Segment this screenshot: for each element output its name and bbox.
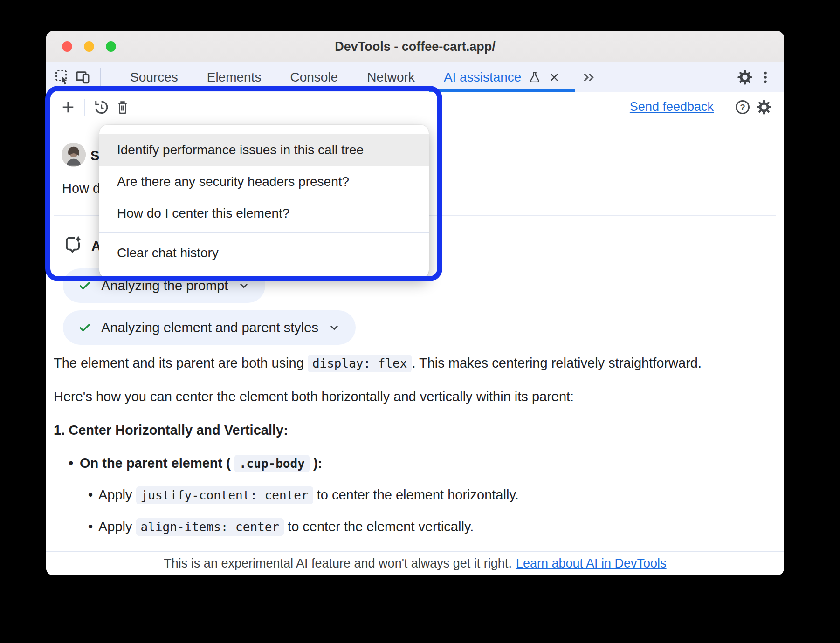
device-toolbar-button[interactable] (73, 66, 94, 89)
menu-item-security-headers[interactable]: Are there any security headers present? (99, 166, 429, 198)
answer-paragraph-2: Here's how you can center the element bo… (54, 388, 574, 406)
answer-heading: 1. Center Horizontally and Vertically: (54, 421, 288, 439)
check-icon (78, 279, 92, 293)
close-ai-tab-icon[interactable] (548, 71, 560, 83)
plus-icon (60, 99, 76, 116)
toolbar-separator (726, 99, 726, 116)
code-chip: .cup-body (234, 455, 310, 472)
inspect-element-button[interactable] (53, 66, 73, 89)
send-feedback-link[interactable]: Send feedback (630, 100, 714, 114)
chevron-down-icon (328, 321, 341, 334)
device-toolbar-icon (75, 69, 92, 86)
ai-toolbar-right: Send feedback ? (630, 96, 784, 118)
list-item-justify-content: •Apply justify-content: center to center… (98, 487, 519, 503)
tab-network[interactable]: Network (352, 62, 429, 92)
history-icon (93, 99, 110, 116)
menu-item-clear-history[interactable]: Clear chat history (99, 235, 429, 271)
bullet-glyph: • (69, 456, 73, 471)
more-tabs-button[interactable] (581, 70, 596, 85)
ai-assistant-icon (63, 234, 83, 254)
double-chevron-icon (581, 70, 596, 85)
ai-settings-button[interactable] (753, 96, 775, 118)
new-chat-button[interactable] (57, 96, 79, 118)
ai-panel-toolbar: Send feedback ? (46, 92, 784, 122)
user-message-fragment: How d (62, 181, 100, 196)
step-analyzing-styles[interactable]: Analyzing element and parent styles (63, 310, 356, 345)
list-item-align-items: •Apply align-items: center to center the… (98, 519, 474, 534)
check-icon (78, 321, 92, 335)
list-item-parent-element: •On the parent element ( .cup-body ): (80, 456, 322, 471)
title-bar: DevTools - coffee-cart.app/ (46, 31, 784, 62)
code-chip: justify-content: center (136, 486, 313, 504)
text-fragment: Apply (98, 519, 136, 534)
devtools-tab-bar: Sources Elements Console Network AI assi… (46, 62, 784, 92)
step-label: Analyzing the prompt (101, 278, 228, 294)
tabbar-right-controls (721, 66, 784, 89)
text-fragment: Apply (98, 487, 136, 502)
devtools-settings-button[interactable] (735, 66, 755, 89)
toolbar-separator (84, 99, 85, 116)
code-chip: display: flex (308, 355, 412, 372)
menu-item-center-element[interactable]: How do I center this element? (99, 198, 429, 229)
disclaimer-text: This is an experimental AI feature and w… (164, 556, 512, 571)
inspect-cursor-icon (55, 69, 71, 86)
devtools-window: DevTools - coffee-cart.app/ Sources Elem (46, 31, 784, 575)
gear-icon (756, 99, 772, 116)
bullet-glyph: • (88, 487, 93, 503)
history-dropdown-menu: Identify performance issues in this call… (99, 125, 429, 278)
tab-console[interactable]: Console (275, 62, 352, 92)
ai-chat-area: S How d A Analyzing the prompt (46, 122, 784, 551)
text-fragment: The element and its parent are both usin… (54, 356, 308, 370)
svg-text:?: ? (740, 102, 745, 112)
experiment-flask-icon (528, 70, 542, 84)
tab-ai-assistance-label: AI assistance (444, 70, 522, 85)
tab-elements[interactable]: Elements (193, 62, 276, 92)
help-icon: ? (734, 99, 751, 116)
tab-ai-assistance[interactable]: AI assistance (429, 62, 575, 92)
user-avatar (62, 143, 86, 167)
text-fragment: On the parent element ( (80, 456, 234, 471)
ai-disclaimer-footer: This is an experimental AI feature and w… (46, 551, 784, 575)
menu-item-performance[interactable]: Identify performance issues in this call… (99, 134, 429, 166)
panel-tabs: Sources Elements Console Network AI assi… (116, 62, 575, 92)
window-title: DevTools - coffee-cart.app/ (46, 31, 784, 62)
menu-divider (99, 232, 429, 233)
text-fragment: ): (310, 456, 322, 471)
user-name-fragment: S (90, 148, 99, 164)
learn-about-ai-link[interactable]: Learn about AI in DevTools (516, 556, 667, 571)
text-fragment: to center the element vertically. (284, 519, 474, 534)
devtools-menu-button[interactable] (755, 66, 776, 89)
step-label: Analyzing element and parent styles (101, 320, 318, 335)
text-fragment: to center the element horizontally. (313, 487, 519, 502)
gear-icon (737, 69, 753, 86)
kebab-menu-icon (758, 70, 773, 85)
help-button[interactable]: ? (732, 96, 753, 118)
toolbar-separator (728, 68, 728, 86)
text-fragment: . This makes centering relatively straig… (412, 356, 702, 370)
chat-history-button[interactable] (90, 96, 112, 118)
trash-icon (114, 99, 131, 116)
bullet-glyph: • (88, 519, 93, 534)
answer-paragraph-1: The element and its parent are both usin… (54, 354, 702, 372)
tab-sources[interactable]: Sources (116, 62, 193, 92)
code-chip: align-items: center (136, 518, 284, 536)
delete-chat-button[interactable] (112, 96, 133, 118)
toolbar-separator (100, 68, 101, 86)
chevron-down-icon (237, 279, 250, 292)
